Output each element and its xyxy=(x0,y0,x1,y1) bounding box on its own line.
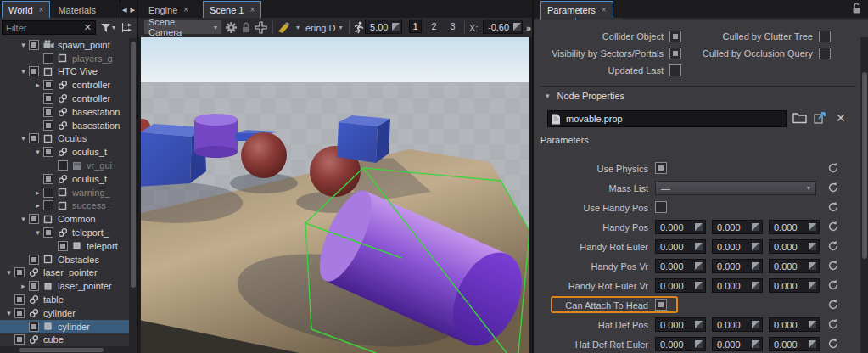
param-spinner[interactable]: 0.000 xyxy=(712,337,763,351)
close-icon[interactable]: × xyxy=(39,6,44,14)
visibility-checkbox[interactable] xyxy=(29,322,39,332)
tree-row[interactable]: ▾Oculus xyxy=(0,132,129,146)
visibility-checkbox[interactable] xyxy=(14,294,25,305)
reset-icon[interactable] xyxy=(827,240,840,253)
tree-row[interactable]: basestation xyxy=(0,119,129,132)
tree-row[interactable]: vr_gui xyxy=(0,159,129,172)
visibility-checkbox[interactable] xyxy=(14,334,25,345)
param-spinner[interactable]: 0.000 xyxy=(769,259,820,273)
param-spinner[interactable]: 0.000 xyxy=(655,317,706,332)
close-icon[interactable]: × xyxy=(602,6,607,14)
placement-plus-icon[interactable] xyxy=(255,20,267,36)
reset-icon[interactable] xyxy=(827,299,840,311)
collapse-arrow-icon[interactable]: ▾ xyxy=(18,134,29,143)
param-checkbox[interactable] xyxy=(655,201,667,213)
speed-preset-3-button[interactable]: 3 xyxy=(446,20,459,33)
close-icon[interactable]: × xyxy=(249,6,255,14)
parameters-scrollbar[interactable] xyxy=(860,37,868,353)
param-spinner[interactable]: 0.000 xyxy=(655,278,706,293)
visibility-checkbox[interactable] xyxy=(43,93,53,104)
expand-arrow-icon[interactable]: ▸ xyxy=(32,81,43,89)
unlock-icon[interactable] xyxy=(851,3,862,16)
drag-grip-icon[interactable] xyxy=(752,321,759,328)
tree-row[interactable]: ▸warning_ xyxy=(0,186,129,199)
expand-arrow-icon[interactable]: ▸ xyxy=(32,201,43,210)
param-select[interactable]: —▾ xyxy=(655,181,816,195)
visibility-checkbox[interactable] xyxy=(43,80,53,90)
tree-row[interactable]: ▾oculus_t xyxy=(0,145,129,159)
visibility-checkbox[interactable] xyxy=(14,308,25,318)
param-checkbox[interactable] xyxy=(655,162,667,174)
edit-prop-icon[interactable] xyxy=(814,110,827,126)
drag-grip-icon[interactable] xyxy=(809,321,816,328)
drag-grip-icon[interactable] xyxy=(695,282,703,289)
tree-row[interactable]: ▸success_ xyxy=(0,199,129,213)
visibility-checkbox[interactable] xyxy=(43,200,53,210)
drag-grip-icon[interactable] xyxy=(752,262,759,270)
flag-checkbox[interactable] xyxy=(669,48,681,59)
tree-row[interactable]: oculus_t xyxy=(0,172,129,186)
param-spinner[interactable]: 0.000 xyxy=(655,239,706,254)
tab-scroll-left-icon[interactable]: ◂ xyxy=(120,3,129,18)
drag-grip-icon[interactable] xyxy=(809,223,816,231)
drag-grip-icon[interactable] xyxy=(809,243,816,250)
tree-row[interactable]: basestation xyxy=(0,105,129,119)
reset-icon[interactable] xyxy=(827,260,840,272)
node-properties-header[interactable]: ▾ Node Properties xyxy=(546,91,624,101)
collapse-arrow-icon[interactable]: ▾ xyxy=(18,41,29,49)
rendering-debug-select[interactable]: ering D ▾ xyxy=(305,20,342,36)
visibility-checkbox[interactable] xyxy=(29,214,39,224)
collapse-arrow-icon[interactable]: ▾ xyxy=(32,148,43,156)
paint-brush-icon[interactable] xyxy=(277,20,291,36)
tree-row[interactable]: cube xyxy=(0,333,129,345)
tree-row[interactable]: ▾HTC Vive xyxy=(0,65,129,79)
tree-row[interactable]: cylinder xyxy=(0,320,129,333)
tree-vertical-scrollbar[interactable] xyxy=(129,38,137,353)
visibility-checkbox[interactable] xyxy=(43,147,53,157)
sphere-mesh-1[interactable] xyxy=(241,132,287,178)
flag-checkbox[interactable] xyxy=(819,48,831,59)
tree-row[interactable]: table xyxy=(0,293,129,306)
paint-dropdown-chevron-icon[interactable]: ▾ xyxy=(296,20,300,36)
param-spinner[interactable]: 0.000 xyxy=(769,239,820,254)
tree-horizontal-scrollbar[interactable] xyxy=(0,346,129,353)
param-spinner[interactable]: 0.000 xyxy=(712,317,763,332)
reset-icon[interactable] xyxy=(827,318,840,331)
visibility-checkbox[interactable] xyxy=(58,241,68,251)
param-checkbox[interactable] xyxy=(655,299,667,311)
tab-scene-1[interactable]: Scene 1 × xyxy=(203,1,261,18)
cylinder-mesh-standing[interactable] xyxy=(194,114,238,158)
param-spinner[interactable]: 0.000 xyxy=(712,220,763,234)
flag-checkbox[interactable] xyxy=(819,31,831,42)
tab-parameters[interactable]: Parameters × xyxy=(540,1,613,18)
collapse-arrow-icon[interactable]: ▾ xyxy=(18,215,29,223)
x-coordinate-spinner[interactable]: -0.60 xyxy=(483,20,523,34)
param-spinner[interactable]: 0.000 xyxy=(655,259,706,273)
reset-icon[interactable] xyxy=(827,182,840,194)
cube-mesh-right[interactable] xyxy=(337,115,390,163)
tree-row[interactable]: ▸laser_pointer xyxy=(0,279,129,293)
camera-select[interactable]: Scene Camera ▾ xyxy=(143,20,222,35)
visibility-checkbox[interactable] xyxy=(43,107,53,117)
lock-icon[interactable] xyxy=(241,20,251,36)
tree-row[interactable]: teleport xyxy=(0,239,129,253)
reset-icon[interactable] xyxy=(827,338,840,350)
drag-grip-icon[interactable] xyxy=(752,282,759,289)
param-spinner[interactable]: 0.000 xyxy=(712,259,763,273)
tree-row[interactable]: players_g xyxy=(0,52,129,65)
visibility-checkbox[interactable] xyxy=(29,281,39,291)
drag-grip-icon[interactable] xyxy=(809,340,816,348)
visibility-checkbox[interactable] xyxy=(43,227,53,238)
visibility-checkbox[interactable] xyxy=(43,53,53,64)
reset-icon[interactable] xyxy=(827,201,840,214)
param-spinner[interactable]: 0.000 xyxy=(769,278,820,293)
close-icon[interactable]: × xyxy=(183,6,188,14)
collapse-arrow-icon[interactable]: ▾ xyxy=(32,228,43,237)
camera-speed-runner-icon[interactable] xyxy=(353,20,364,36)
tree-row[interactable]: ▾Common xyxy=(0,212,129,226)
clear-filter-icon[interactable]: ✕ xyxy=(84,22,92,33)
expand-hierarchy-icon[interactable] xyxy=(120,20,135,36)
visibility-checkbox[interactable] xyxy=(29,66,39,76)
param-spinner[interactable]: 0.000 xyxy=(769,220,820,234)
collapse-arrow-icon[interactable]: ▾ xyxy=(18,67,29,76)
